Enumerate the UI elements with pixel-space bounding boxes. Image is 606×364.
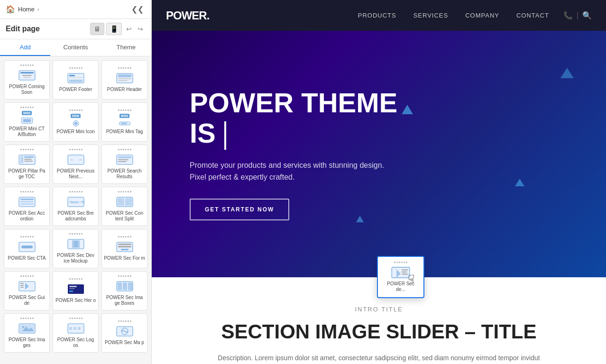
card-dots — [69, 318, 83, 319]
nav-contact[interactable]: CONTACT — [516, 12, 549, 19]
hero-desc-line1: Promote your products and services with … — [190, 159, 397, 183]
section-content: Intro Title SECTION IMAGE SLIDER – TITLE… — [152, 277, 606, 364]
tab-contents[interactable]: Contents — [50, 39, 101, 56]
intro-title: Intro Title — [190, 306, 568, 313]
component-mini-cta[interactable]: MINI POWER Mini CT A/Button — [4, 102, 50, 142]
svg-rect-60 — [128, 282, 132, 290]
redo-button[interactable]: ↪ — [135, 23, 146, 35]
sec-form-icon — [115, 240, 134, 254]
sec-breadcrumbs-label: POWER Sec Bre adcrumbs — [55, 210, 96, 222]
svg-rect-19 — [20, 156, 23, 163]
mobile-view-button[interactable]: 📱 — [106, 23, 122, 35]
mini-cta-icon: MINI — [18, 111, 37, 124]
svg-rect-5 — [69, 80, 83, 82]
svg-rect-67 — [73, 327, 76, 330]
svg-rect-13 — [23, 119, 31, 122]
phone-icon: 📞 — [563, 11, 573, 20]
section-main-title: SECTION IMAGE SLIDER – TITLE — [190, 320, 568, 343]
svg-rect-1 — [20, 72, 34, 73]
svg-point-15 — [74, 122, 77, 125]
card-dots — [20, 236, 34, 237]
prev-next-label: POWER Previous Next... — [55, 168, 96, 180]
card-dots — [118, 320, 131, 322]
component-mini-tag[interactable]: MINI POWER Mini Tag — [101, 102, 147, 142]
pillar-toc-icon — [18, 153, 37, 166]
component-sec-logos[interactable]: POWER Sec Log os — [53, 313, 99, 353]
footer-icon — [66, 72, 85, 85]
component-sec-guide[interactable]: POWER Sec Gui de — [4, 271, 50, 310]
breadcrumb-home[interactable]: Home — [18, 6, 35, 13]
svg-rect-6 — [69, 75, 75, 76]
hero-content: POWER THEME IS Promote your products and… — [190, 88, 397, 220]
site-preview: POWER. PRODUCTS SERVICES COMPANY CONTACT… — [152, 0, 606, 364]
sec-images-label: POWER Sec Ima ges — [6, 337, 47, 348]
footer-label: POWER Footer — [59, 87, 92, 92]
component-sec-images[interactable]: POWER Sec Ima ges — [4, 313, 50, 353]
sec-image-boxes-icon — [115, 280, 134, 293]
card-dots — [20, 275, 34, 277]
search-icon[interactable]: 🔍 — [582, 11, 592, 20]
component-coming-soon[interactable]: POWER Coming Soon — [4, 60, 50, 100]
header-icon — [115, 72, 134, 85]
collapse-panel-button[interactable]: ❮❮ — [129, 4, 146, 15]
nav-services[interactable]: SERVICES — [413, 12, 449, 19]
component-prev-next[interactable]: ←→ POWER Previous Next... — [53, 145, 99, 184]
search-results-label: POWER Search Results — [104, 168, 145, 180]
component-sec-image-boxes[interactable]: POWER Sec Ima ge Boxes — [101, 271, 147, 310]
svg-rect-47 — [121, 249, 129, 250]
component-header[interactable]: POWER Header — [101, 60, 147, 100]
nav-icons: 📞 | 🔍 — [563, 11, 592, 20]
svg-rect-17 — [120, 123, 127, 124]
card-dots — [118, 236, 131, 237]
undo-redo-controls: ↩ ↪ — [124, 23, 146, 35]
tab-add[interactable]: Add — [0, 39, 50, 56]
card-dots — [20, 107, 34, 108]
svg-rect-68 — [78, 327, 81, 330]
prev-next-icon: ←→ — [66, 153, 85, 166]
svg-rect-45 — [118, 244, 131, 245]
sec-map-label: POWER Sec Ma p — [105, 340, 144, 346]
svg-rect-37 — [118, 198, 124, 206]
sec-guide-label: POWER Sec Gui de — [6, 295, 47, 306]
component-sec-cta[interactable]: POWER Sec CTA — [4, 229, 50, 268]
components-grid: POWER Coming Soon POWER Footer POWER Hea… — [0, 56, 151, 364]
hero-title: POWER THEME IS — [190, 88, 397, 149]
desktop-view-button[interactable]: 🖥 — [90, 23, 104, 35]
card-dots — [69, 233, 83, 235]
svg-rect-59 — [123, 282, 127, 290]
view-controls: 🖥 📱 ↩ ↪ — [90, 23, 146, 35]
component-footer[interactable]: POWER Footer — [53, 60, 99, 100]
component-pillar-toc[interactable]: POWER Pillar Pa ge TOC — [4, 145, 50, 184]
component-search-results[interactable]: POWER Search Results — [101, 145, 147, 184]
sec-map-icon — [115, 325, 134, 338]
svg-rect-21 — [24, 159, 32, 160]
component-sec-hero[interactable]: POWER Sec Her o — [53, 271, 99, 310]
sec-logos-label: POWER Sec Log os — [55, 337, 96, 348]
tab-theme[interactable]: Theme — [101, 39, 151, 56]
component-sec-map[interactable]: POWER Sec Ma p — [101, 313, 147, 353]
triangle-decor-3 — [560, 68, 574, 78]
component-sec-accordion[interactable]: POWER Sec Acc ordion — [4, 187, 50, 226]
undo-button[interactable]: ↩ — [124, 23, 134, 35]
component-mini-icon[interactable]: MINI POWER Mini Icon — [53, 102, 99, 142]
nav-company[interactable]: COMPANY — [465, 12, 499, 19]
card-dots — [118, 275, 131, 277]
mini-tag-label: POWER Mini Tag — [106, 129, 143, 135]
component-sec-device-mockup[interactable]: POWER Sec Dev ice Mockup — [53, 229, 99, 268]
svg-rect-27 — [118, 156, 131, 158]
panel-tabs: Add Contents Theme — [0, 39, 151, 56]
nav-divider: | — [577, 11, 578, 20]
edit-page-bar: Edit page 🖥 📱 ↩ ↪ — [0, 19, 151, 39]
svg-rect-54 — [69, 286, 77, 287]
component-sec-form[interactable]: POWER Sec For m — [101, 229, 147, 268]
component-sec-breadcrumbs[interactable]: Home › Page › Sub POWER Sec Bre adcrumbs — [53, 187, 99, 226]
nav-products[interactable]: PRODUCTS — [358, 12, 396, 19]
hero-cta-button[interactable]: GET STARTED NOW — [190, 199, 289, 220]
component-sec-content-split[interactable]: POWER Sec Con tent Split — [101, 187, 147, 226]
card-dots — [20, 149, 34, 150]
section-description: Description. Lorem ipsum dolor sit amet,… — [190, 353, 568, 364]
left-panel: 🏠 Home › ❮❮ Edit page 🖥 📱 ↩ ↪ Add Conten… — [0, 0, 152, 364]
card-dots — [20, 64, 34, 66]
header-label: POWER Header — [107, 87, 142, 92]
mini-icon-icon: MINI — [66, 114, 85, 127]
